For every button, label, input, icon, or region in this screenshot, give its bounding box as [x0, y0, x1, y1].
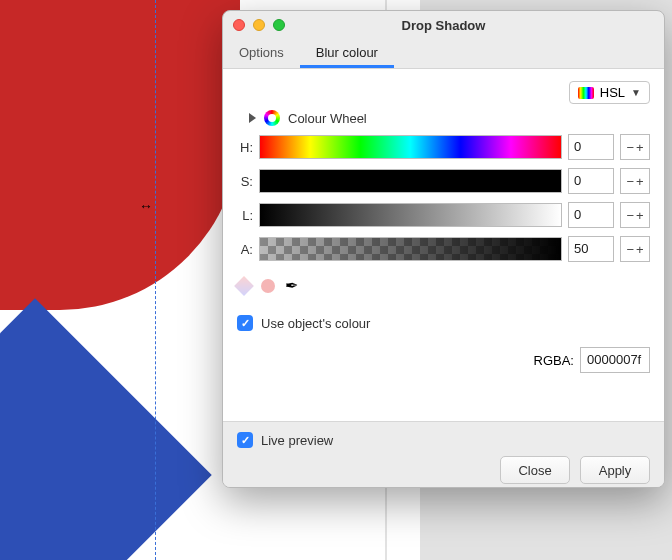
- swatch-row: ✒: [237, 276, 650, 295]
- hue-slider[interactable]: [259, 135, 562, 159]
- close-button[interactable]: Close: [500, 456, 570, 484]
- hue-stepper[interactable]: −+: [620, 134, 650, 160]
- minus-icon: −: [626, 174, 634, 189]
- apply-button[interactable]: Apply: [580, 456, 650, 484]
- plus-icon: +: [636, 174, 644, 189]
- dialog-footer: ✓ Live preview Close Apply: [223, 421, 664, 488]
- swatch-out-of-gamut-icon[interactable]: [261, 279, 275, 293]
- lightness-value[interactable]: 0: [568, 202, 614, 228]
- alpha-label: A:: [237, 242, 253, 257]
- lightness-slider[interactable]: [259, 203, 562, 227]
- minus-icon: −: [626, 140, 634, 155]
- rgba-row: RGBA: 0000007f: [534, 347, 650, 373]
- minus-icon: −: [626, 208, 634, 223]
- tab-options[interactable]: Options: [223, 39, 300, 68]
- alpha-slider[interactable]: [259, 237, 562, 261]
- drop-shadow-dialog: Drop Shadow Options Blur colour HSL ▼ Co…: [222, 10, 665, 488]
- alpha-stepper[interactable]: −+: [620, 236, 650, 262]
- hue-row: H: 0 −+: [237, 134, 650, 160]
- live-preview-checkbox[interactable]: ✓: [237, 432, 253, 448]
- colour-wheel-label: Colour Wheel: [288, 111, 367, 126]
- minus-icon: −: [626, 242, 634, 257]
- plus-icon: +: [636, 242, 644, 257]
- live-preview-label: Live preview: [261, 433, 333, 448]
- alpha-row: A: 50 −+: [237, 236, 650, 262]
- saturation-label: S:: [237, 174, 253, 189]
- swatch-cms-icon[interactable]: [234, 276, 254, 296]
- saturation-row: S: 0 −+: [237, 168, 650, 194]
- dialog-body: HSL ▼ Colour Wheel H: 0 −+ S: 0 −+ L: 0 …: [223, 69, 664, 421]
- vertical-guide[interactable]: [155, 0, 156, 560]
- resize-cursor-icon: ↔: [139, 198, 153, 214]
- colour-mode-select[interactable]: HSL ▼: [569, 81, 650, 104]
- lightness-label: L:: [237, 208, 253, 223]
- alpha-value[interactable]: 50: [568, 236, 614, 262]
- use-object-colour-checkbox[interactable]: ✓: [237, 315, 253, 331]
- colour-wheel-icon: [264, 110, 280, 126]
- colour-wheel-toggle[interactable]: Colour Wheel: [249, 110, 650, 126]
- live-preview-row[interactable]: ✓ Live preview: [237, 432, 650, 448]
- saturation-stepper[interactable]: −+: [620, 168, 650, 194]
- tab-bar: Options Blur colour: [223, 39, 664, 69]
- disclosure-triangle-icon: [249, 113, 256, 123]
- plus-icon: +: [636, 140, 644, 155]
- saturation-value[interactable]: 0: [568, 168, 614, 194]
- hue-label: H:: [237, 140, 253, 155]
- hue-value[interactable]: 0: [568, 134, 614, 160]
- colour-mode-label: HSL: [600, 85, 625, 100]
- lightness-row: L: 0 −+: [237, 202, 650, 228]
- use-object-colour-label: Use object's colour: [261, 316, 370, 331]
- titlebar[interactable]: Drop Shadow: [223, 11, 664, 39]
- window-title: Drop Shadow: [223, 18, 664, 33]
- eyedropper-icon[interactable]: ✒: [285, 276, 298, 295]
- hue-chip-icon: [578, 87, 594, 99]
- lightness-stepper[interactable]: −+: [620, 202, 650, 228]
- rgba-label: RGBA:: [534, 353, 574, 368]
- chevron-down-icon: ▼: [631, 87, 641, 98]
- plus-icon: +: [636, 208, 644, 223]
- tab-blur-colour[interactable]: Blur colour: [300, 39, 394, 68]
- use-object-colour-row[interactable]: ✓ Use object's colour: [237, 315, 650, 331]
- saturation-slider[interactable]: [259, 169, 562, 193]
- rgba-input[interactable]: 0000007f: [580, 347, 650, 373]
